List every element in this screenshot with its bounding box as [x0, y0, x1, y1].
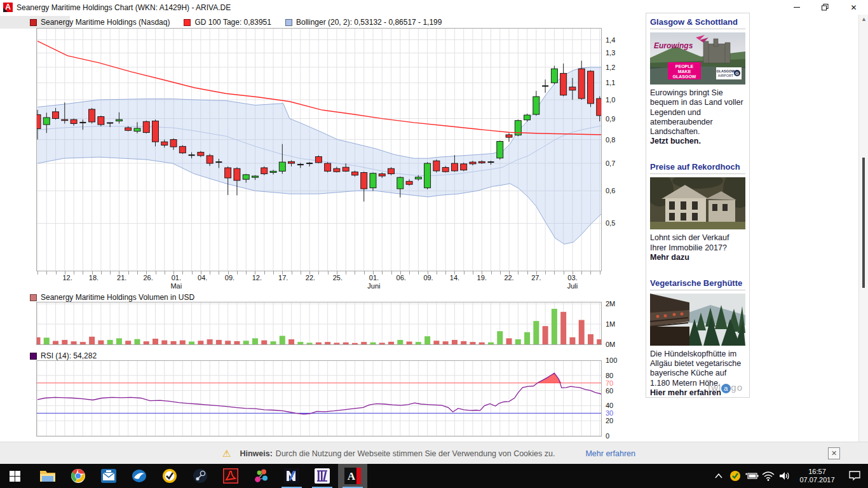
x-tick-mark — [110, 271, 111, 274]
rsi-tick: 70 — [606, 379, 613, 387]
x-tick-mark — [491, 271, 492, 274]
price-legend-label: Seanergy Maritime Holdings (Nasdaq) — [41, 18, 170, 27]
x-tick-label: 22. — [306, 274, 315, 281]
cookie-notice-text: Durch die Nutzung der Webseite stimmen S… — [276, 449, 555, 458]
taskbar-share[interactable] — [247, 464, 276, 488]
mail-icon — [101, 469, 116, 483]
taskbar: A — [0, 464, 868, 488]
taskbar-chrome[interactable] — [64, 464, 93, 488]
x-tick-label: 21. — [117, 274, 126, 281]
x-tick-mark — [56, 271, 57, 274]
tray-clock[interactable]: 16:57 07.07.2017 — [793, 468, 841, 484]
x-tick-mark — [418, 271, 419, 274]
x-tick-mark — [564, 271, 564, 274]
tray-wifi-icon[interactable] — [760, 464, 776, 488]
price-tick: 1,4 — [606, 36, 615, 44]
x-tick-mark — [192, 271, 193, 274]
taskbar-openoffice[interactable] — [125, 464, 154, 488]
warning-icon: ⚠ — [222, 448, 231, 459]
volume-legend-label: Seanergy Maritime Holdings Volumen in US… — [41, 293, 194, 302]
x-tick-mark — [182, 271, 183, 274]
close-button[interactable]: ✕ — [839, 0, 868, 15]
svg-text:G: G — [735, 71, 739, 76]
volume-chart — [36, 302, 602, 345]
taskbar-steam[interactable] — [186, 464, 215, 488]
gd100-legend-swatch — [184, 19, 191, 26]
restore-button[interactable] — [811, 0, 839, 15]
x-month-label: Juni — [367, 282, 380, 290]
ad-immobilie-cta[interactable]: Mehr dazu — [650, 253, 745, 262]
taskbar-norton[interactable] — [155, 464, 184, 488]
page-content: Seanergy Maritime Holdings (Nasdaq) GD 1… — [0, 15, 868, 464]
taskbar-library[interactable] — [308, 464, 337, 488]
x-tick-mark — [318, 271, 319, 274]
x-tick-mark — [554, 271, 555, 274]
x-tick-mark — [219, 271, 219, 274]
cookie-notice-bar: ⚠ Hinweis: Durch die Nutzung der Webseit… — [0, 442, 868, 464]
tray-volume-icon[interactable] — [776, 464, 793, 488]
action-center-icon[interactable] — [841, 464, 868, 488]
cookie-more-link[interactable]: Mehr erfahren — [585, 449, 635, 458]
ad-berghuette-image[interactable] — [650, 294, 745, 346]
ad-glasgow-image[interactable]: Eurowings PEOPLE MAKE GLASGOW GLASGOW AI… — [650, 32, 745, 85]
scroll-thumb[interactable] — [862, 158, 865, 288]
ariva-taskbar-icon: A — [344, 468, 361, 484]
ad-berghuette-heading[interactable]: Vegetarische Berghütte — [650, 278, 745, 290]
price-legend-swatch — [30, 19, 37, 26]
x-tick-mark — [590, 271, 591, 274]
rsi-tick: 80 — [606, 372, 613, 379]
rsi-chart — [36, 360, 602, 437]
x-tick-mark — [137, 271, 138, 274]
rsi-tick: 100 — [606, 356, 617, 364]
svg-text:PEOPLE: PEOPLE — [675, 64, 694, 69]
steam-icon — [193, 469, 207, 483]
x-tick-label: 17. — [278, 274, 288, 281]
page-scrollbar[interactable]: ▲ ▼ — [858, 15, 868, 464]
start-button[interactable] — [0, 464, 29, 488]
ad-immobilie-body: Lohnt sich der Verkauf Ihrer Immobilie 2… — [650, 233, 745, 253]
people-make-glasgow-badge: PEOPLE MAKE GLASGOW — [668, 62, 701, 79]
taskbar-ariva[interactable]: A — [338, 464, 367, 488]
x-tick-label: 12. — [252, 274, 262, 281]
taskbar-acrobat[interactable] — [216, 464, 245, 488]
minimize-button[interactable] — [782, 0, 811, 15]
ad-immobilie-image[interactable] — [650, 177, 745, 229]
ad-immobilie: Preise auf Rekordhoch — [650, 162, 745, 262]
tray-norton-icon[interactable] — [727, 464, 743, 488]
tray-battery-icon[interactable] — [743, 464, 760, 488]
scroll-up-arrow[interactable]: ▲ — [859, 15, 868, 24]
ad-berghuette: Vegetarische Berghütte — [650, 278, 745, 397]
rsi-legend: RSI (14): 54,282 — [30, 351, 111, 360]
restore-icon — [822, 4, 829, 11]
taskbar-file-explorer[interactable] — [33, 464, 62, 488]
library-icon — [315, 468, 330, 484]
price-tick: 0,9 — [606, 115, 615, 123]
bollinger-legend-swatch — [285, 19, 292, 26]
ad-glasgow-body: Eurowings bringt Sie bequem in das Land … — [650, 88, 745, 137]
tray-chevron-icon[interactable] — [710, 464, 727, 488]
twiago-logo[interactable]: twiago — [708, 382, 743, 393]
x-tick-label: 18. — [89, 274, 98, 281]
chrome-icon — [71, 469, 85, 483]
x-tick-mark — [527, 271, 528, 274]
volume-tick: 0M — [606, 341, 615, 348]
x-tick-label: 04. — [198, 274, 207, 281]
price-tick: 0,6 — [606, 187, 615, 194]
rsi-tick: 30 — [606, 409, 613, 417]
x-tick-mark — [364, 271, 365, 274]
volume-legend-swatch — [30, 294, 37, 301]
taskbar-mail[interactable] — [94, 464, 123, 488]
cookie-close-button[interactable]: ✕ — [828, 447, 840, 459]
ad-glasgow-cta[interactable]: Jetzt buchen. — [650, 137, 745, 146]
x-tick-mark — [128, 271, 129, 274]
ad-glasgow-heading[interactable]: Glasgow & Schottland — [650, 17, 745, 29]
x-tick-mark — [46, 271, 47, 274]
price-tick: 0,8 — [606, 136, 615, 144]
rsi-legend-swatch — [30, 353, 37, 360]
ad-immobilie-heading[interactable]: Preise auf Rekordhoch — [650, 162, 745, 174]
x-tick-mark — [518, 271, 519, 274]
x-tick-mark — [101, 271, 102, 274]
x-tick-label: 01. — [172, 274, 181, 281]
taskbar-nasdaq[interactable] — [277, 464, 306, 488]
ad-sidebar: Glasgow & Schottland — [646, 13, 750, 398]
